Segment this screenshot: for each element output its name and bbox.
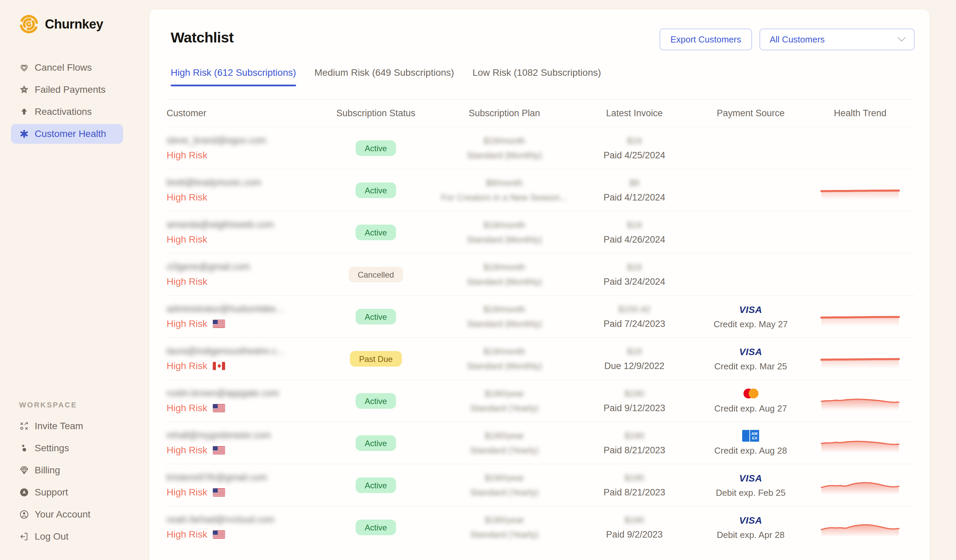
table-row[interactable]: administrator@hudsonlake...High RiskActi… xyxy=(167,296,915,338)
sidebar-item-failed-payments[interactable]: Failed Payments xyxy=(11,80,123,100)
sidebar-item-customer-health[interactable]: Customer Health xyxy=(11,124,123,144)
sidebar: Churnkey Cancel FlowsFailed PaymentsReac… xyxy=(0,0,149,560)
table-row[interactable]: steve_brand@egox.comHigh RiskActive$19/m… xyxy=(167,127,915,169)
table-row[interactable]: noah.farhad@rvcloud.comHigh RiskActive$1… xyxy=(167,506,915,548)
subscription-status-cell: Active xyxy=(316,309,436,325)
customer-email: cl3gene@gmail.com xyxy=(167,262,310,272)
workspace-item-support[interactable]: Support xyxy=(11,483,123,502)
workspace-item-your-account[interactable]: Your Account xyxy=(11,505,123,524)
plan-name: Standard (Monthly) xyxy=(436,150,573,161)
risk-label: High Risk xyxy=(167,234,208,245)
visa-logo-icon: VISA xyxy=(739,304,762,315)
customer-filter-select[interactable]: All Customers xyxy=(759,28,915,50)
invoice-amount: $190 xyxy=(573,515,696,525)
page-title: Watchlist xyxy=(171,29,234,46)
health-trend-sparkline xyxy=(820,517,900,538)
table-row[interactable]: laura@indigenoustheatre.c...High RiskPas… xyxy=(167,338,915,380)
subscription-status-cell: Active xyxy=(316,182,436,198)
invoice-status: Paid 8/21/2023 xyxy=(573,445,696,456)
payment-source-cell: VISACredit exp. May 27 xyxy=(696,303,806,329)
invoice-amount: $19 xyxy=(573,220,696,231)
plan-name: For Creators in a New Season... xyxy=(436,192,573,203)
tab-high-risk[interactable]: High Risk (612 Subscriptions) xyxy=(171,67,296,86)
invoice-status: Paid 4/26/2024 xyxy=(573,234,696,245)
table-row[interactable]: rustin.brown@appgate.comHigh RiskActive$… xyxy=(167,380,915,422)
latest-invoice-cell: $190Paid 9/2/2023 xyxy=(573,515,696,540)
customer-email: noah.farhad@rvcloud.com xyxy=(167,515,310,525)
card-logo xyxy=(696,388,806,401)
tab-low-risk[interactable]: Low Risk (1082 Subscriptions) xyxy=(473,67,601,86)
payment-source-cell: Credit exp. Aug 27 xyxy=(696,388,806,414)
latest-invoice-cell: $19Paid 4/25/2024 xyxy=(573,136,696,161)
customer-email: amanda@wigthisweb.com xyxy=(167,220,310,230)
customer-cell: steve_brand@egox.comHigh Risk xyxy=(167,135,316,161)
app-logo[interactable]: Churnkey xyxy=(19,14,149,34)
workspace-item-invite-team[interactable]: Invite Team xyxy=(11,416,123,436)
table-row[interactable]: brett@bradymusic.comHigh RiskActive$9/mo… xyxy=(167,169,915,211)
star-icon xyxy=(19,85,29,95)
latest-invoice-cell: $190Paid 9/12/2023 xyxy=(573,388,696,414)
latest-invoice-cell: $190Paid 8/21/2023 xyxy=(573,473,696,498)
customer-email: kristens97th@gmail.com xyxy=(167,472,310,483)
table-row[interactable]: mhall@mygrebmeier.comHigh RiskActive$190… xyxy=(167,422,915,464)
customer-cell: rustin.brown@appgate.comHigh Risk xyxy=(167,388,316,414)
card-logo: VISA xyxy=(696,345,806,359)
risk-label: High Risk xyxy=(167,150,208,161)
subscription-status-badge: Active xyxy=(355,477,396,493)
table-row[interactable]: kristens97th@gmail.comHigh RiskActive$19… xyxy=(167,464,915,506)
customer-email: steve_brand@egox.com xyxy=(167,135,310,146)
card-expiry: Credit exp. May 27 xyxy=(696,319,806,329)
customer-email: rustin.brown@appgate.com xyxy=(167,388,310,398)
health-trend-sparkline xyxy=(820,349,900,369)
risk-label: High Risk xyxy=(167,487,208,498)
subscription-plan-cell: $19/monthStandard (Monthly) xyxy=(436,262,573,287)
latest-invoice-cell: $9Paid 4/12/2024 xyxy=(573,178,696,203)
plan-price: $19/month xyxy=(436,346,573,357)
asterisk-icon xyxy=(19,129,29,139)
risk-line: High Risk xyxy=(167,234,316,245)
workspace-item-log-out[interactable]: Log Out xyxy=(11,527,123,546)
health-trend-cell xyxy=(806,306,915,327)
table-row[interactable]: cl3gene@gmail.comHigh RiskCancelled$19/m… xyxy=(167,254,915,296)
svg-text:AM: AM xyxy=(752,431,758,436)
amex-logo-icon: AMEX xyxy=(742,430,759,443)
sidebar-item-label: Failed Payments xyxy=(35,84,106,95)
risk-label: High Risk xyxy=(167,192,208,203)
subscription-plan-cell: $19/monthStandard (Monthly) xyxy=(436,220,573,245)
customer-cell: laura@indigenoustheatre.c...High Risk xyxy=(167,346,316,372)
latest-invoice-cell: $150.42Paid 7/24/2023 xyxy=(573,304,696,329)
sidebar-item-reactivations[interactable]: Reactivations xyxy=(11,102,123,122)
main-nav: Cancel FlowsFailed PaymentsReactivations… xyxy=(11,58,123,144)
column-header-subscription-status: Subscription Status xyxy=(316,108,436,119)
subscription-plan-cell: $19/monthStandard (Monthly) xyxy=(436,304,573,329)
plan-price: $19/month xyxy=(436,136,573,146)
sidebar-item-cancel-flows[interactable]: Cancel Flows xyxy=(11,58,123,77)
export-customers-button[interactable]: Export Customers xyxy=(660,28,752,50)
card-logo: VISA xyxy=(696,472,806,485)
invoice-amount: $190 xyxy=(573,388,696,399)
workspace-label: WORKSPACE xyxy=(19,401,149,409)
workspace-item-billing[interactable]: Billing xyxy=(11,460,123,480)
subscription-plan-cell: $190/yearStandard (Yearly) xyxy=(436,431,573,456)
visa-logo-icon: VISA xyxy=(739,347,762,358)
plan-name: Standard (Yearly) xyxy=(436,487,573,498)
customer-cell: amanda@wigthisweb.comHigh Risk xyxy=(167,220,316,245)
subscription-plan-cell: $19/monthStandard (Monthly) xyxy=(436,346,573,372)
invoice-amount: $190 xyxy=(573,431,696,441)
invoice-status: Due 12/9/2022 xyxy=(573,361,696,372)
workspace-item-settings[interactable]: Settings xyxy=(11,438,123,458)
risk-line: High Risk xyxy=(167,276,316,287)
us-flag-icon xyxy=(213,404,225,412)
risk-line: High Risk xyxy=(167,445,316,456)
sidebar-item-label: Reactivations xyxy=(35,107,92,117)
subscription-status-badge: Active xyxy=(355,182,396,198)
payment-source-cell: VISADebit exp. Apr 28 xyxy=(696,514,806,540)
risk-label: High Risk xyxy=(167,318,208,329)
card-expiry: Debit exp. Apr 28 xyxy=(696,530,806,540)
table-header-row: CustomerSubscription StatusSubscription … xyxy=(167,99,915,127)
tab-medium-risk[interactable]: Medium Risk (649 Subscriptions) xyxy=(314,67,454,86)
plan-name: Standard (Yearly) xyxy=(436,445,573,456)
table-row[interactable]: amanda@wigthisweb.comHigh RiskActive$19/… xyxy=(167,211,915,254)
subscription-plan-cell: $9/monthFor Creators in a New Season... xyxy=(436,178,573,203)
plan-price: $9/month xyxy=(436,178,573,188)
